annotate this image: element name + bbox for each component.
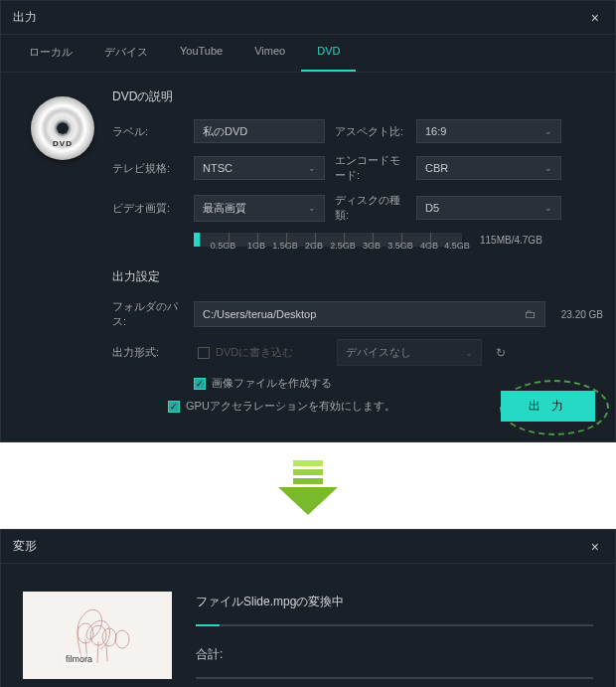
refresh-icon[interactable]: ↻ xyxy=(496,346,506,360)
encode-select[interactable]: CBR⌄ xyxy=(416,156,561,180)
dialog-body: DVD DVDの説明 ラベル: アスペクト比: 16:9⌄ テレビ規格: NTS… xyxy=(1,73,615,441)
tab-dvd[interactable]: DVD xyxy=(301,35,356,72)
thumbnail-sketch xyxy=(23,592,172,679)
row-label: ラベル: アスペクト比: 16:9⌄ xyxy=(112,119,603,143)
encode-value: CBR xyxy=(425,162,448,174)
size-tick: 4.5GB xyxy=(439,241,475,251)
row-folder: フォルダのパス: C:/Users/terua/Desktop 🗀 23.20 … xyxy=(112,299,603,329)
tvstd-select[interactable]: NTSC⌄ xyxy=(194,156,325,180)
dvd-disc-label: DVD xyxy=(53,139,73,148)
progress-body: filmora ファイルSlide.mpgの変換中 合計: xyxy=(1,564,615,687)
disctype-value: D5 xyxy=(425,202,439,214)
chevron-down-icon: ⌄ xyxy=(465,348,473,358)
size-tick: 4GB xyxy=(419,241,439,251)
export-button[interactable]: 出 力 xyxy=(501,391,595,422)
disctype-select[interactable]: D5⌄ xyxy=(416,196,561,220)
tab-local[interactable]: ローカル xyxy=(13,35,88,72)
tab-device[interactable]: デバイス xyxy=(88,35,164,72)
export-btn-wrap: 出 力 xyxy=(501,391,595,422)
size-tick: 0.5GB xyxy=(200,241,246,251)
checkbox-icon xyxy=(198,347,210,359)
dvd-icon-column: DVD xyxy=(13,88,112,422)
write-dvd-option[interactable]: DVDに書き込む xyxy=(194,345,329,360)
close-icon[interactable]: × xyxy=(587,10,603,26)
watermark: filmora xyxy=(63,653,95,665)
folder-icon[interactable]: 🗀 xyxy=(525,307,537,321)
export-tabs: ローカル デバイス YouTube Vimeo DVD xyxy=(1,35,615,73)
section-title-desc: DVDの説明 xyxy=(112,88,603,105)
progress-column: ファイルSlide.mpgの変換中 合計: xyxy=(196,592,593,687)
folder-path-value: C:/Users/terua/Desktop xyxy=(203,308,316,320)
row-tvstd: テレビ規格: NTSC⌄ エンコードモード: CBR⌄ xyxy=(112,153,603,183)
label-folder: フォルダのパス: xyxy=(112,299,186,329)
label-tvstd: テレビ規格: xyxy=(112,161,186,176)
dvd-disc-icon: DVD xyxy=(31,96,94,160)
label-format: 出力形式: xyxy=(112,345,186,360)
size-used-text: 115MB/4.7GB xyxy=(480,235,542,246)
tvstd-value: NTSC xyxy=(203,162,232,174)
device-select[interactable]: デバイスなし⌄ xyxy=(337,339,482,366)
size-tick: 3.5GB xyxy=(382,241,419,251)
section-title-out: 出力設定 xyxy=(112,268,603,285)
close-icon[interactable]: × xyxy=(587,539,603,555)
label-disctype: ディスクの種類: xyxy=(335,193,408,223)
vquality-select[interactable]: 最高画質⌄ xyxy=(194,195,325,222)
tab-vimeo[interactable]: Vimeo xyxy=(238,35,301,72)
size-ticks: 0.5GB 1GB 1.5GB 2GB 2.5GB 3GB 3.5GB 4GB … xyxy=(200,241,603,251)
label-vquality: ビデオ画質: xyxy=(112,201,186,216)
dialog-header: 出力 × xyxy=(1,1,615,35)
dialog-header: 変形 × xyxy=(1,530,615,564)
export-dialog: 出力 × ローカル デバイス YouTube Vimeo DVD DVD DVD… xyxy=(0,0,616,442)
video-thumbnail: filmora xyxy=(23,592,172,679)
row-vquality: ビデオ画質: 最高画質⌄ ディスクの種類: D5⌄ xyxy=(112,193,603,223)
size-tick: 2GB xyxy=(304,241,324,251)
total-progress-bar xyxy=(196,677,593,679)
label-label: ラベル: xyxy=(112,124,186,139)
checkbox-checked-icon: ✓ xyxy=(194,378,206,390)
svg-rect-0 xyxy=(23,592,172,679)
write-dvd-label: DVDに書き込む xyxy=(216,345,293,360)
chevron-down-icon: ⌄ xyxy=(544,126,552,136)
chevron-down-icon: ⌄ xyxy=(308,203,316,213)
chevron-down-icon: ⌄ xyxy=(544,203,552,213)
arrow-separator xyxy=(0,442,616,529)
converting-label: ファイルSlide.mpgの変換中 xyxy=(196,594,593,610)
device-value: デバイスなし xyxy=(346,345,411,360)
file-progress-bar xyxy=(196,624,593,626)
progress-dialog: 変形 × filmora ファイルSlide.mpgの変換中 xyxy=(0,529,616,687)
label-encode: エンコードモード: xyxy=(335,153,408,183)
folder-path-input[interactable]: C:/Users/terua/Desktop 🗀 xyxy=(194,301,545,327)
size-tick: 3GB xyxy=(362,241,382,251)
chevron-down-icon: ⌄ xyxy=(544,163,552,173)
aspect-select[interactable]: 16:9⌄ xyxy=(416,119,561,143)
label-input[interactable] xyxy=(194,119,325,143)
dialog-title: 出力 xyxy=(13,9,37,26)
total-label: 合計: xyxy=(196,646,593,663)
row-chk-img[interactable]: ✓ 画像ファイルを作成する xyxy=(194,376,603,391)
vquality-value: 最高画質 xyxy=(203,201,246,216)
checkbox-checked-icon: ✓ xyxy=(168,401,180,413)
file-progress-fill xyxy=(196,624,220,626)
form-column: DVDの説明 ラベル: アスペクト比: 16:9⌄ テレビ規格: NTSC⌄ エ… xyxy=(112,88,603,422)
aspect-value: 16:9 xyxy=(425,125,446,137)
arrow-down-icon xyxy=(278,460,338,515)
chevron-down-icon: ⌄ xyxy=(308,163,316,173)
folder-space: 23.20 GB xyxy=(561,309,603,320)
label-aspect: アスペクト比: xyxy=(335,124,408,139)
chk-img-label: 画像ファイルを作成する xyxy=(212,376,332,391)
size-tick: 1GB xyxy=(246,241,266,251)
row-format: 出力形式: DVDに書き込む デバイスなし⌄ ↻ xyxy=(112,339,603,366)
size-tick: 2.5GB xyxy=(324,241,362,251)
size-tick: 1.5GB xyxy=(266,241,304,251)
tab-youtube[interactable]: YouTube xyxy=(164,35,238,72)
chk-gpu-label: GPUアクセラレーションを有効にします。 xyxy=(186,399,395,414)
dialog-title: 変形 xyxy=(13,538,37,555)
